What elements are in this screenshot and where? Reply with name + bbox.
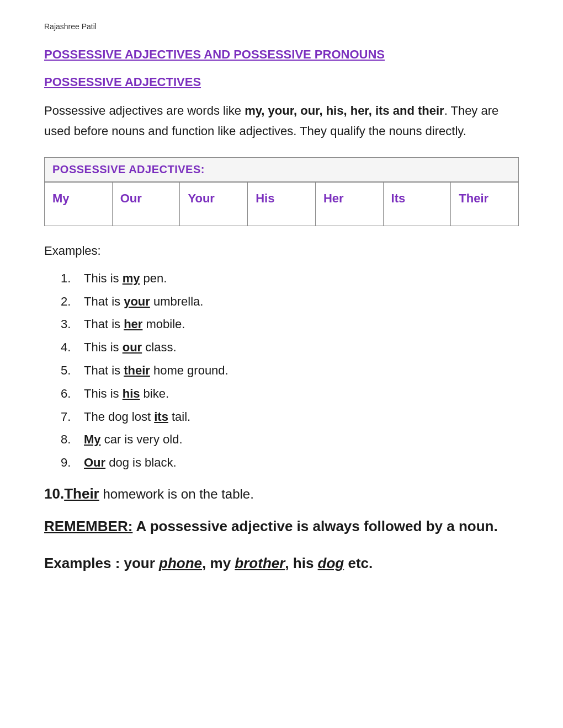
example-text-9: Our dog is black.: [84, 451, 177, 474]
example-num-3: 3.: [61, 313, 78, 336]
example-num-9: 9.: [61, 451, 78, 474]
list-item: 5. That is their home ground.: [61, 359, 519, 382]
table-cell-their: Their: [451, 183, 518, 226]
example-num-2: 2.: [61, 290, 78, 313]
example-num-8: 8.: [61, 428, 78, 451]
table-cell-her: Her: [316, 183, 384, 226]
author-label: Rajashree Patil: [44, 22, 519, 31]
example-num-4: 4.: [61, 336, 78, 359]
examples-bottom-comma1: , my: [202, 555, 235, 571]
list-item: 3. That is her mobile.: [61, 313, 519, 336]
section-title: POSSESSIVE ADJECTIVES: [44, 75, 519, 89]
example-num-7: 7.: [61, 405, 78, 429]
example-text-8: My car is very old.: [84, 428, 183, 451]
example-num-6: 6.: [61, 382, 78, 405]
example-text-1: This is my pen.: [84, 267, 167, 290]
example-text-2: That is your umbrella.: [84, 290, 203, 313]
examples-bottom-etc: etc.: [344, 555, 373, 571]
table-cell-your: Your: [180, 183, 248, 226]
example-text-7: The dog lost its tail.: [84, 405, 190, 429]
remember-section: REMEMBER: A possessive adjective is alwa…: [44, 516, 519, 537]
examples-bottom-phone: phone: [159, 555, 202, 571]
list-item: 2. That is your umbrella.: [61, 290, 519, 313]
intro-paragraph: Possessive adjectives are words like my,…: [44, 100, 519, 142]
list-item: 9. Our dog is black.: [61, 451, 519, 474]
examples-list: 1. This is my pen. 2. That is your umbre…: [44, 267, 519, 474]
list-item: 7. The dog lost its tail.: [61, 405, 519, 429]
example-num-1: 1.: [61, 267, 78, 290]
example-10-bold: Their: [64, 485, 99, 502]
remember-body: A possessive adjective is always followe…: [132, 518, 497, 534]
table-cell-our: Our: [113, 183, 180, 226]
possessive-adjectives-table: POSSESSIVE ADJECTIVES: My Our Your His H…: [44, 157, 519, 226]
examples-label: Examples:: [44, 244, 519, 258]
list-item: 1. This is my pen.: [61, 267, 519, 290]
examples-bottom-brother: brother: [235, 555, 285, 571]
intro-before: Possessive adjectives are words like: [44, 104, 245, 117]
main-title: POSSESSIVE ADJECTIVES AND POSSESSIVE PRO…: [44, 47, 519, 62]
list-item: 8. My car is very old.: [61, 428, 519, 451]
examples-bottom-dog: dog: [318, 555, 344, 571]
examples-bottom-your: your: [124, 555, 160, 571]
list-item: 6. This is his bike.: [61, 382, 519, 405]
table-cell-its: Its: [384, 183, 452, 226]
example-num-5: 5.: [61, 359, 78, 382]
example-10: 10.Their homework is on the table.: [44, 485, 519, 502]
remember-label: REMEMBER:: [44, 518, 132, 534]
example-text-3: That is her mobile.: [84, 313, 185, 336]
table-header: POSSESSIVE ADJECTIVES:: [45, 158, 518, 182]
example-text-6: This is his bike.: [84, 382, 169, 405]
remember-text: REMEMBER: A possessive adjective is alwa…: [44, 516, 519, 537]
intro-bold: my, your, our, his, her, its and their: [245, 104, 444, 117]
example-10-after: homework is on the table.: [99, 486, 254, 501]
example-text-5: That is their home ground.: [84, 359, 229, 382]
table-cell-my: My: [45, 183, 113, 226]
list-item: 4. This is our class.: [61, 336, 519, 359]
examples-bottom-label: Examples :: [44, 555, 124, 571]
examples-bottom-comma2: , his: [285, 555, 317, 571]
example-10-num: 10.: [44, 485, 64, 502]
table-cell-his: His: [248, 183, 316, 226]
table-data-row: My Our Your His Her Its Their: [45, 182, 518, 226]
example-text-4: This is our class.: [84, 336, 177, 359]
examples-bottom: Examples : your phone, my brother, his d…: [44, 553, 519, 574]
